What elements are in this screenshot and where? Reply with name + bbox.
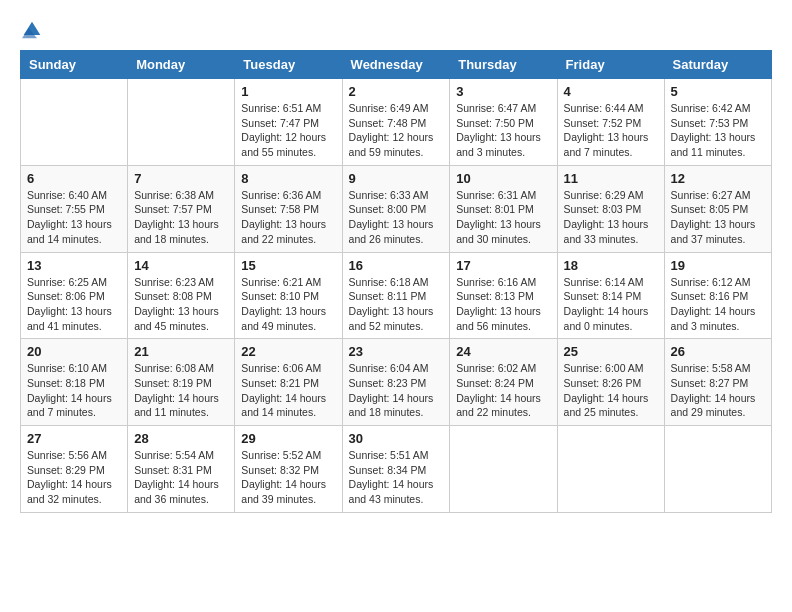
day-number: 2 xyxy=(349,84,444,99)
calendar-cell: 17Sunrise: 6:16 AM Sunset: 8:13 PM Dayli… xyxy=(450,252,557,339)
day-number: 15 xyxy=(241,258,335,273)
day-info: Sunrise: 6:18 AM Sunset: 8:11 PM Dayligh… xyxy=(349,275,444,334)
day-info: Sunrise: 6:36 AM Sunset: 7:58 PM Dayligh… xyxy=(241,188,335,247)
column-header-wednesday: Wednesday xyxy=(342,51,450,79)
calendar-cell: 22Sunrise: 6:06 AM Sunset: 8:21 PM Dayli… xyxy=(235,339,342,426)
day-info: Sunrise: 6:23 AM Sunset: 8:08 PM Dayligh… xyxy=(134,275,228,334)
calendar-cell: 3Sunrise: 6:47 AM Sunset: 7:50 PM Daylig… xyxy=(450,79,557,166)
day-info: Sunrise: 6:04 AM Sunset: 8:23 PM Dayligh… xyxy=(349,361,444,420)
calendar-cell: 9Sunrise: 6:33 AM Sunset: 8:00 PM Daylig… xyxy=(342,165,450,252)
day-number: 12 xyxy=(671,171,765,186)
calendar-table: SundayMondayTuesdayWednesdayThursdayFrid… xyxy=(20,50,772,513)
calendar-week-2: 6Sunrise: 6:40 AM Sunset: 7:55 PM Daylig… xyxy=(21,165,772,252)
day-info: Sunrise: 6:33 AM Sunset: 8:00 PM Dayligh… xyxy=(349,188,444,247)
column-header-saturday: Saturday xyxy=(664,51,771,79)
day-info: Sunrise: 6:29 AM Sunset: 8:03 PM Dayligh… xyxy=(564,188,658,247)
calendar-cell xyxy=(664,426,771,513)
calendar-cell xyxy=(450,426,557,513)
calendar-cell: 7Sunrise: 6:38 AM Sunset: 7:57 PM Daylig… xyxy=(128,165,235,252)
page-header xyxy=(20,20,772,40)
day-info: Sunrise: 6:51 AM Sunset: 7:47 PM Dayligh… xyxy=(241,101,335,160)
column-header-monday: Monday xyxy=(128,51,235,79)
day-number: 4 xyxy=(564,84,658,99)
day-info: Sunrise: 5:52 AM Sunset: 8:32 PM Dayligh… xyxy=(241,448,335,507)
day-info: Sunrise: 6:49 AM Sunset: 7:48 PM Dayligh… xyxy=(349,101,444,160)
day-number: 10 xyxy=(456,171,550,186)
logo xyxy=(20,20,42,40)
day-info: Sunrise: 6:21 AM Sunset: 8:10 PM Dayligh… xyxy=(241,275,335,334)
day-info: Sunrise: 6:08 AM Sunset: 8:19 PM Dayligh… xyxy=(134,361,228,420)
day-number: 17 xyxy=(456,258,550,273)
calendar-cell: 13Sunrise: 6:25 AM Sunset: 8:06 PM Dayli… xyxy=(21,252,128,339)
calendar-cell xyxy=(21,79,128,166)
day-info: Sunrise: 6:00 AM Sunset: 8:26 PM Dayligh… xyxy=(564,361,658,420)
day-number: 7 xyxy=(134,171,228,186)
calendar-cell: 24Sunrise: 6:02 AM Sunset: 8:24 PM Dayli… xyxy=(450,339,557,426)
day-number: 26 xyxy=(671,344,765,359)
day-info: Sunrise: 5:58 AM Sunset: 8:27 PM Dayligh… xyxy=(671,361,765,420)
day-info: Sunrise: 6:42 AM Sunset: 7:53 PM Dayligh… xyxy=(671,101,765,160)
column-header-thursday: Thursday xyxy=(450,51,557,79)
day-number: 9 xyxy=(349,171,444,186)
calendar-cell: 21Sunrise: 6:08 AM Sunset: 8:19 PM Dayli… xyxy=(128,339,235,426)
day-info: Sunrise: 5:56 AM Sunset: 8:29 PM Dayligh… xyxy=(27,448,121,507)
calendar-cell: 20Sunrise: 6:10 AM Sunset: 8:18 PM Dayli… xyxy=(21,339,128,426)
calendar-cell: 8Sunrise: 6:36 AM Sunset: 7:58 PM Daylig… xyxy=(235,165,342,252)
day-info: Sunrise: 5:51 AM Sunset: 8:34 PM Dayligh… xyxy=(349,448,444,507)
day-number: 20 xyxy=(27,344,121,359)
calendar-cell: 30Sunrise: 5:51 AM Sunset: 8:34 PM Dayli… xyxy=(342,426,450,513)
day-info: Sunrise: 6:47 AM Sunset: 7:50 PM Dayligh… xyxy=(456,101,550,160)
day-info: Sunrise: 6:44 AM Sunset: 7:52 PM Dayligh… xyxy=(564,101,658,160)
day-info: Sunrise: 6:38 AM Sunset: 7:57 PM Dayligh… xyxy=(134,188,228,247)
calendar-cell xyxy=(128,79,235,166)
calendar-cell: 25Sunrise: 6:00 AM Sunset: 8:26 PM Dayli… xyxy=(557,339,664,426)
day-number: 25 xyxy=(564,344,658,359)
column-header-sunday: Sunday xyxy=(21,51,128,79)
day-number: 23 xyxy=(349,344,444,359)
day-number: 5 xyxy=(671,84,765,99)
day-info: Sunrise: 6:31 AM Sunset: 8:01 PM Dayligh… xyxy=(456,188,550,247)
calendar-cell: 27Sunrise: 5:56 AM Sunset: 8:29 PM Dayli… xyxy=(21,426,128,513)
column-header-tuesday: Tuesday xyxy=(235,51,342,79)
calendar-cell: 11Sunrise: 6:29 AM Sunset: 8:03 PM Dayli… xyxy=(557,165,664,252)
day-number: 3 xyxy=(456,84,550,99)
day-number: 24 xyxy=(456,344,550,359)
day-info: Sunrise: 6:40 AM Sunset: 7:55 PM Dayligh… xyxy=(27,188,121,247)
calendar-cell: 6Sunrise: 6:40 AM Sunset: 7:55 PM Daylig… xyxy=(21,165,128,252)
day-number: 18 xyxy=(564,258,658,273)
day-number: 14 xyxy=(134,258,228,273)
column-header-friday: Friday xyxy=(557,51,664,79)
calendar-week-4: 20Sunrise: 6:10 AM Sunset: 8:18 PM Dayli… xyxy=(21,339,772,426)
calendar-cell xyxy=(557,426,664,513)
day-number: 21 xyxy=(134,344,228,359)
logo-icon xyxy=(22,20,42,40)
day-number: 22 xyxy=(241,344,335,359)
day-number: 8 xyxy=(241,171,335,186)
day-info: Sunrise: 6:02 AM Sunset: 8:24 PM Dayligh… xyxy=(456,361,550,420)
calendar-cell: 16Sunrise: 6:18 AM Sunset: 8:11 PM Dayli… xyxy=(342,252,450,339)
day-number: 11 xyxy=(564,171,658,186)
day-info: Sunrise: 6:25 AM Sunset: 8:06 PM Dayligh… xyxy=(27,275,121,334)
day-number: 29 xyxy=(241,431,335,446)
day-number: 28 xyxy=(134,431,228,446)
day-info: Sunrise: 6:27 AM Sunset: 8:05 PM Dayligh… xyxy=(671,188,765,247)
day-info: Sunrise: 6:14 AM Sunset: 8:14 PM Dayligh… xyxy=(564,275,658,334)
day-info: Sunrise: 6:12 AM Sunset: 8:16 PM Dayligh… xyxy=(671,275,765,334)
day-number: 16 xyxy=(349,258,444,273)
calendar-header-row: SundayMondayTuesdayWednesdayThursdayFrid… xyxy=(21,51,772,79)
calendar-cell: 19Sunrise: 6:12 AM Sunset: 8:16 PM Dayli… xyxy=(664,252,771,339)
calendar-cell: 10Sunrise: 6:31 AM Sunset: 8:01 PM Dayli… xyxy=(450,165,557,252)
calendar-week-3: 13Sunrise: 6:25 AM Sunset: 8:06 PM Dayli… xyxy=(21,252,772,339)
calendar-cell: 26Sunrise: 5:58 AM Sunset: 8:27 PM Dayli… xyxy=(664,339,771,426)
calendar-cell: 1Sunrise: 6:51 AM Sunset: 7:47 PM Daylig… xyxy=(235,79,342,166)
calendar-cell: 4Sunrise: 6:44 AM Sunset: 7:52 PM Daylig… xyxy=(557,79,664,166)
day-number: 6 xyxy=(27,171,121,186)
calendar-body: 1Sunrise: 6:51 AM Sunset: 7:47 PM Daylig… xyxy=(21,79,772,513)
day-number: 1 xyxy=(241,84,335,99)
day-number: 30 xyxy=(349,431,444,446)
calendar-cell: 29Sunrise: 5:52 AM Sunset: 8:32 PM Dayli… xyxy=(235,426,342,513)
calendar-week-5: 27Sunrise: 5:56 AM Sunset: 8:29 PM Dayli… xyxy=(21,426,772,513)
calendar-cell: 5Sunrise: 6:42 AM Sunset: 7:53 PM Daylig… xyxy=(664,79,771,166)
day-info: Sunrise: 6:10 AM Sunset: 8:18 PM Dayligh… xyxy=(27,361,121,420)
calendar-cell: 23Sunrise: 6:04 AM Sunset: 8:23 PM Dayli… xyxy=(342,339,450,426)
